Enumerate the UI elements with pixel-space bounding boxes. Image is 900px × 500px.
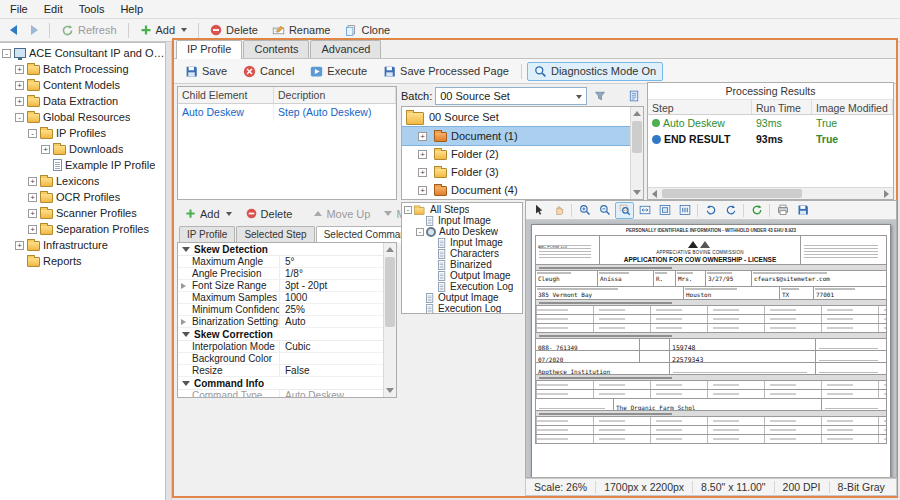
steps-item-all-steps[interactable]: -All Steps: [402, 204, 522, 215]
section-skew-correction[interactable]: Skew Correction: [178, 328, 383, 341]
tab-ip-profile-props[interactable]: IP Profile: [179, 226, 235, 242]
column-run-time[interactable]: Run Time: [752, 100, 812, 114]
zoom-out-button[interactable]: [595, 202, 614, 219]
step-add-button[interactable]: Add: [179, 204, 238, 223]
batch-open-document-button[interactable]: [624, 87, 644, 105]
batch-tree-scrollbar[interactable]: [630, 107, 643, 199]
viewer-canvas[interactable]: PERSONALLY IDENTIFIABLE INFORMATION - WI…: [526, 220, 896, 477]
batch-item-folder-3[interactable]: +Folder (3): [402, 163, 630, 181]
rotate-right-button[interactable]: [721, 202, 740, 219]
property-row[interactable]: Background Color: [178, 353, 383, 365]
steps-item-input-image-2[interactable]: Input Image: [402, 237, 522, 248]
add-button[interactable]: Add: [134, 21, 194, 40]
tree-item-reports[interactable]: Reports: [0, 253, 165, 269]
menu-help[interactable]: Help: [112, 0, 151, 18]
property-grid-scrollbar[interactable]: [383, 243, 396, 397]
property-row[interactable]: Font Size Range3pt - 20pt: [178, 280, 383, 292]
property-row[interactable]: Interpolation ModeCubic: [178, 341, 383, 353]
tree-item-lexicons[interactable]: +Lexicons: [0, 173, 165, 189]
tree-item-infrastructure[interactable]: +Infrastructure: [0, 237, 165, 253]
tree-item-example-ip-profile[interactable]: Example IP Profile: [0, 157, 165, 173]
column-child-element[interactable]: Child Element: [178, 87, 274, 103]
save-button[interactable]: Save: [178, 62, 234, 81]
batch-item-document-1[interactable]: +Document (1): [402, 127, 630, 145]
steps-item-auto-deskew[interactable]: -Auto Deskew: [402, 226, 522, 237]
tab-contents[interactable]: Contents: [243, 40, 309, 58]
rename-button[interactable]: Rename: [266, 21, 337, 40]
property-row[interactable]: Angle Precision1/8°: [178, 268, 383, 280]
scroll-down-icon[interactable]: [631, 186, 643, 199]
expand-icon[interactable]: [181, 283, 186, 289]
zoom-fit-page-button[interactable]: [655, 202, 674, 219]
menu-edit[interactable]: Edit: [36, 0, 71, 18]
column-image-modified[interactable]: Image Modified: [812, 100, 893, 114]
print-button[interactable]: [773, 202, 792, 219]
tree-item-ocr-profiles[interactable]: +OCR Profiles: [0, 189, 165, 205]
batch-root-item[interactable]: 00 Source Set: [402, 107, 630, 127]
save-processed-page-button[interactable]: Save Processed Page: [376, 62, 516, 81]
menu-file[interactable]: File: [2, 0, 36, 18]
section-skew-detection[interactable]: Skew Detection: [178, 243, 383, 256]
property-row[interactable]: Minimum Confidence25%: [178, 304, 383, 316]
tab-selected-step[interactable]: Selected Step: [236, 226, 314, 242]
pan-button[interactable]: [549, 202, 568, 219]
refresh-button[interactable]: Refresh: [55, 21, 123, 40]
section-command-info[interactable]: Command Info: [178, 377, 383, 390]
rotate-left-button[interactable]: [701, 202, 720, 219]
column-description[interactable]: Decription: [274, 87, 396, 103]
execute-button[interactable]: Execute: [303, 62, 374, 81]
scroll-left-icon[interactable]: [648, 188, 661, 199]
zoom-in-button[interactable]: [575, 202, 594, 219]
property-row[interactable]: Command TypeAuto Deskew: [178, 390, 383, 397]
zoom-fit-width-button[interactable]: [635, 202, 654, 219]
step-delete-button[interactable]: Delete: [240, 204, 299, 223]
steps-item-binarized[interactable]: Binarized: [402, 259, 522, 270]
menu-tools[interactable]: Tools: [71, 0, 113, 18]
expand-icon[interactable]: [181, 319, 186, 325]
pointer-button[interactable]: [529, 202, 548, 219]
scroll-down-icon[interactable]: [384, 384, 396, 397]
zoom-selection-button[interactable]: [615, 202, 634, 219]
property-row[interactable]: Maximum Angle5°: [178, 256, 383, 268]
scroll-thumb[interactable]: [385, 257, 395, 327]
viewer-save-button[interactable]: [793, 202, 812, 219]
batch-filter-button[interactable]: [590, 87, 610, 105]
viewer-refresh-button[interactable]: [747, 202, 766, 219]
steps-item-input-image[interactable]: Input Image: [402, 215, 522, 226]
tree-item-global-resources[interactable]: -Global Resources: [0, 109, 165, 125]
property-row[interactable]: Binarization SettingsAuto: [178, 316, 383, 328]
result-row-auto-deskew[interactable]: Auto Deskew 93ms True: [648, 115, 893, 131]
scroll-up-icon[interactable]: [631, 107, 643, 120]
back-button[interactable]: [4, 21, 23, 40]
batch-item-folder-2[interactable]: +Folder (2): [402, 145, 630, 163]
tree-item-data-extraction[interactable]: +Data Extraction: [0, 93, 165, 109]
steps-item-execution-log-2[interactable]: Execution Log: [402, 303, 522, 314]
property-row[interactable]: ResizeFalse: [178, 365, 383, 377]
tree-item-ip-profiles[interactable]: -IP Profiles: [0, 125, 165, 141]
tree-item-batch-processing[interactable]: +Batch Processing: [0, 61, 165, 77]
child-element-row[interactable]: Auto Deskew Step (Auto Deskew): [178, 104, 396, 121]
steps-item-characters[interactable]: Characters: [402, 248, 522, 259]
cancel-button[interactable]: Cancel: [236, 62, 301, 81]
batch-item-document-4[interactable]: +Document (4): [402, 181, 630, 199]
tab-ip-profile[interactable]: IP Profile: [176, 40, 242, 59]
column-step[interactable]: Step: [648, 100, 752, 114]
steps-item-execution-log[interactable]: Execution Log: [402, 281, 522, 292]
tree-item-separation-profiles[interactable]: +Separation Profiles: [0, 221, 165, 237]
delete-button[interactable]: Delete: [204, 21, 264, 40]
forward-button[interactable]: [25, 21, 44, 40]
scroll-up-icon[interactable]: [384, 243, 396, 256]
tree-item-downloads[interactable]: +Downloads: [0, 141, 165, 157]
steps-item-output-image[interactable]: Output Image: [402, 270, 522, 281]
tree-item-scanner-profiles[interactable]: +Scanner Profiles: [0, 205, 165, 221]
tree-item-root[interactable]: -ACE Consultant IP and OCR: [0, 45, 165, 61]
scroll-thumb[interactable]: [632, 121, 642, 153]
batch-combobox[interactable]: 00 Source Set: [435, 87, 587, 105]
property-row[interactable]: Maximum Samples1000: [178, 292, 383, 304]
scroll-thumb[interactable]: [662, 189, 802, 198]
results-horizontal-scrollbar[interactable]: [648, 187, 893, 199]
tree-item-content-models[interactable]: +Content Models: [0, 77, 165, 93]
result-row-end-result[interactable]: END RESULT 93ms True: [648, 131, 893, 147]
clone-button[interactable]: Clone: [338, 21, 396, 40]
steps-item-output-image-2[interactable]: Output Image: [402, 292, 522, 303]
